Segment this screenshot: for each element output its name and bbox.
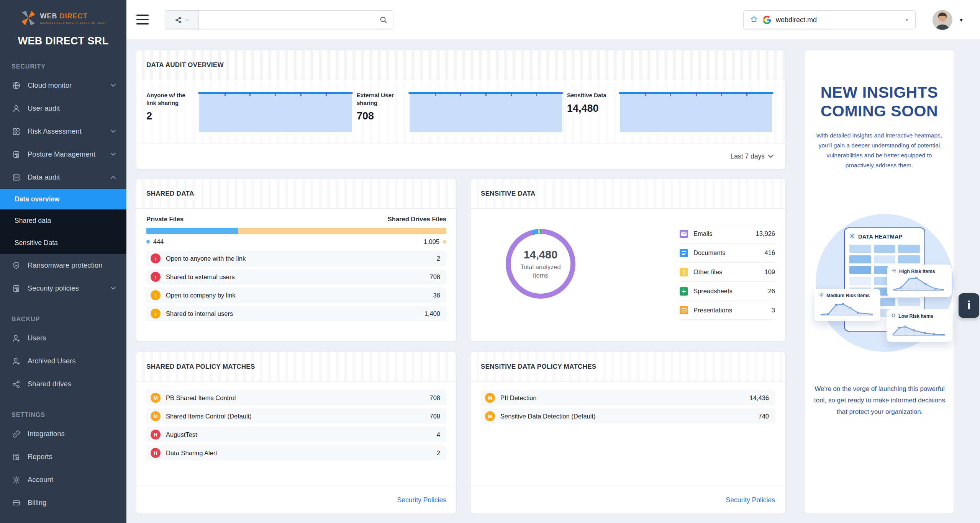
- shared-data-row[interactable]: ↕ Open to company by link 36: [146, 288, 446, 303]
- sidebar-item-account[interactable]: Account: [0, 468, 126, 491]
- company-logo: WEB DIRECT BUSINESS RELATIONSHIP BASED O…: [0, 0, 126, 26]
- chevron-up-icon: [111, 176, 116, 179]
- policy-row[interactable]: M PII Detection 14,436: [481, 390, 775, 405]
- card-title: SENSITIVE DATA: [471, 179, 785, 209]
- sidebar-item-label: Archived Users: [28, 357, 75, 365]
- shared-drives-files-label: Shared Drives Files: [388, 216, 446, 223]
- sidebar-item-integrations[interactable]: Integrations: [0, 422, 126, 445]
- data-audit-overview-card: DATA AUDIT OVERVIEW Anyone w/ the link s…: [136, 50, 785, 169]
- security-policies-link[interactable]: Security Policies: [726, 496, 775, 504]
- legend-row-other-files[interactable]: Other files 109: [680, 262, 775, 281]
- legend-row-presentations[interactable]: Presentations 3: [680, 301, 775, 320]
- search-icon[interactable]: [379, 16, 388, 26]
- sidebar-item-label: Risk Assessment: [28, 127, 82, 136]
- shared-drives-dot: [443, 240, 446, 244]
- menu-toggle-button[interactable]: [136, 15, 149, 25]
- shield-check-icon: [11, 261, 21, 270]
- medium-severity-badge: M: [151, 411, 161, 421]
- sidebar-item-ransomware-protection[interactable]: Ransomware protection: [0, 254, 126, 277]
- policy-row[interactable]: M Sensitive Data Detection (Default) 740: [481, 409, 775, 424]
- sidebar-item-risk-assessment[interactable]: Risk Assessment: [0, 120, 126, 143]
- sidebar: WEB DIRECT BUSINESS RELATIONSHIP BASED O…: [0, 0, 126, 523]
- server-icon: [11, 173, 21, 182]
- sidebar-subitem-sensitive-data[interactable]: Sensitive Data: [0, 232, 126, 254]
- row-value: 740: [758, 413, 769, 420]
- policy-row[interactable]: M Shared Items Control (Default) 708: [146, 409, 446, 424]
- user-avatar[interactable]: [932, 10, 952, 30]
- sidebar-item-shared-drives[interactable]: Shared drives: [0, 373, 126, 396]
- shared-data-row[interactable]: ↕ Shared to internal users 1,400: [146, 306, 446, 321]
- sidebar-item-label: Security policies: [28, 284, 79, 293]
- chevron-down-icon: [111, 153, 116, 156]
- credit-card-icon: [11, 498, 21, 507]
- sensitive-data-donut-chart: 14,480 Total analyzed items: [506, 229, 575, 299]
- row-label: PII Detection: [500, 394, 536, 402]
- search-input[interactable]: [199, 11, 393, 29]
- files-split-bar: [146, 228, 446, 234]
- sidebar-item-cloud-monitor[interactable]: Cloud monitor: [0, 74, 126, 97]
- shared-drives-segment: [238, 228, 446, 234]
- sidebar-item-label: Data audit: [28, 173, 60, 181]
- share-icon: [175, 16, 182, 24]
- card-title: SHARED DATA: [136, 179, 456, 209]
- sidebar-item-user-audit[interactable]: User audit: [0, 97, 126, 120]
- sensitive-data-policy-matches-card: SENSITIVE DATA POLICY MATCHES M PII Dete…: [470, 351, 785, 514]
- policy-row[interactable]: H Data Sharing Alert 2: [146, 445, 446, 461]
- domain-selector[interactable]: webdirect.md ▼: [743, 10, 916, 29]
- sidebar-item-reports[interactable]: Reports: [0, 445, 126, 468]
- sidebar-subitem-shared-data[interactable]: Shared data: [0, 209, 126, 232]
- caret-down-icon[interactable]: ▼: [959, 17, 964, 23]
- insights-heading: NEW INSIGHTSCOMING SOON: [805, 83, 954, 121]
- sidebar-item-label: Shared drives: [28, 380, 71, 388]
- overview-metrics: Anyone w/ the link sharing 2 External Us…: [136, 80, 785, 132]
- sparkline-chart: [199, 92, 352, 132]
- medium-risk-arrow-icon: ↕: [151, 290, 161, 300]
- sidebar-item-billing[interactable]: Billing: [0, 491, 126, 514]
- sidebar-item-archived-users[interactable]: Archived Users: [0, 350, 126, 373]
- legend-row-spreadsheets[interactable]: Spreadsheets 26: [680, 281, 775, 301]
- sidebar-item-users[interactable]: Users: [0, 327, 126, 350]
- legend-row-emails[interactable]: Emails 13,926: [680, 224, 775, 243]
- period-selector[interactable]: Last 7 days: [136, 144, 785, 169]
- legend-label: Documents: [693, 249, 725, 257]
- info-button[interactable]: i: [959, 293, 979, 318]
- shared-data-row[interactable]: ↑ Shared to external users 708: [146, 269, 446, 284]
- email-icon: [680, 230, 688, 238]
- sparkline-chart: [410, 92, 562, 132]
- row-value: 708: [429, 273, 440, 281]
- legend-row-documents[interactable]: Documents 416: [680, 243, 775, 262]
- presentation-icon: [680, 306, 688, 314]
- sidebar-item-security-policies[interactable]: Security policies: [0, 277, 126, 300]
- globe-icon: [11, 81, 21, 90]
- section-label-backup: BACKUP: [0, 311, 126, 327]
- metric-anyone-with-link: Anyone w/ the link sharing 2: [146, 92, 357, 132]
- share-icon: [11, 379, 21, 389]
- sidebar-subitem-data-overview[interactable]: Data overview: [0, 189, 126, 209]
- shared-data-row[interactable]: ↑ Open to anyone with the link 2: [146, 251, 446, 266]
- legend-value: 109: [764, 268, 775, 276]
- high-severity-badge: H: [151, 448, 161, 458]
- heatmap-grid: [849, 245, 920, 317]
- data-heatmap-card: DATA HEATMAP: [844, 227, 925, 332]
- risk-card-label: High Risk Items: [899, 269, 935, 274]
- private-files-count: 444: [153, 238, 164, 245]
- heatmap-title: DATA HEATMAP: [858, 234, 903, 240]
- donut-total: 14,480: [524, 248, 558, 261]
- sidebar-item-label: Ransomware protection: [28, 261, 102, 270]
- report-icon: [11, 452, 21, 461]
- company-name: WEB DIRECT SRL: [0, 35, 126, 47]
- legend-value: 13,926: [756, 230, 775, 237]
- metric-value: 14,480: [567, 103, 617, 114]
- security-policies-link[interactable]: Security Policies: [397, 496, 446, 504]
- search-scope-dropdown[interactable]: [165, 11, 199, 29]
- sidebar-item-posture-management[interactable]: Posture Management: [0, 143, 126, 166]
- policy-row[interactable]: H AugustTest 4: [146, 427, 446, 442]
- shared-data-policy-matches-card: SHARED DATA POLICY MATCHES M PB Shared I…: [136, 351, 457, 514]
- gear-icon: [819, 293, 824, 298]
- policy-row[interactable]: M PB Shared Items Control 708: [146, 390, 446, 405]
- data-audit-submenu: Data overview Shared data Sensitive Data: [0, 189, 126, 254]
- sidebar-item-label: Integrations: [28, 430, 65, 438]
- sidebar-item-data-audit[interactable]: Data audit: [0, 166, 126, 189]
- chevron-down-icon: [185, 19, 189, 21]
- file-icon: [680, 268, 688, 276]
